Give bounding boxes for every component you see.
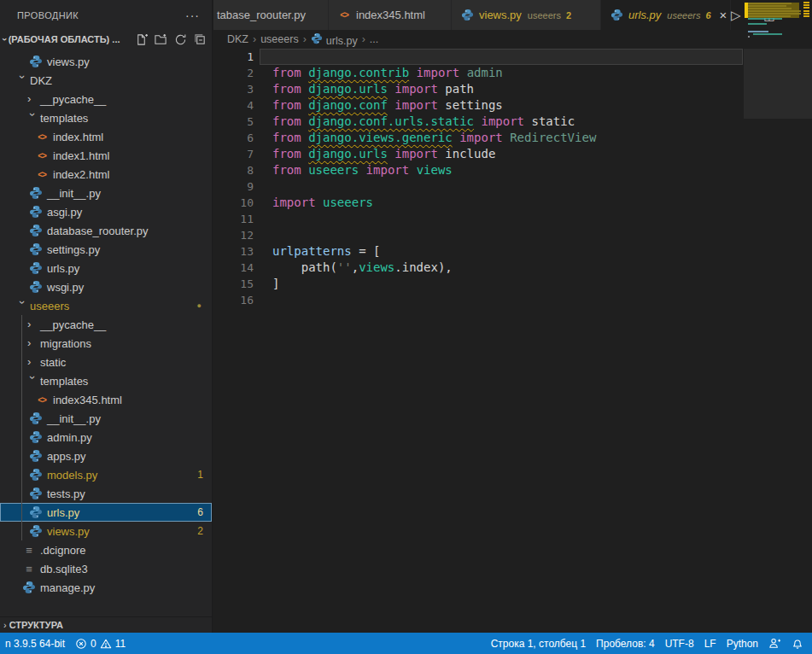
explorer-sidebar: ПРОВОДНИК ··· › (РАБОЧАЯ ОБЛАСТЬ) ... vi… — [0, 0, 213, 633]
tree-item-database_roouter.py[interactable]: database_roouter.py — [0, 221, 212, 240]
python-icon — [29, 186, 43, 200]
error-icon — [75, 638, 87, 650]
python-icon — [29, 261, 43, 275]
scrollbar-slider[interactable] — [744, 49, 812, 119]
tree-item-DKZ[interactable]: ›DKZ — [0, 71, 212, 90]
explorer-more-icon[interactable]: ··· — [185, 9, 200, 22]
status-indentation[interactable]: Пробелов: 4 — [591, 633, 660, 654]
tree-item-db.sqlite3[interactable]: ≡db.sqlite3 — [0, 559, 212, 578]
tree-item-settings.py[interactable]: settings.py — [0, 240, 212, 259]
python-icon — [29, 55, 43, 68]
code-editor[interactable]: 12from django.contrib import admin3from … — [213, 49, 812, 633]
chevron-down-icon: › — [27, 376, 38, 386]
tree-item-__init__.py[interactable]: __init__.py — [0, 184, 212, 202]
tree-item-apps.py[interactable]: apps.py — [0, 447, 212, 465]
workspace-section-header[interactable]: › (РАБОЧАЯ ОБЛАСТЬ) ... — [0, 30, 212, 49]
tree-item-manage.py[interactable]: manage.py — [0, 578, 212, 597]
tab-bar: tabase_roouter.py<>index345.html views.p… — [213, 0, 812, 30]
outline-section-header[interactable]: › СТРУКТУРА — [0, 616, 212, 633]
code-line-10[interactable]: 10import useeers — [213, 195, 812, 211]
status-encoding[interactable]: UTF-8 — [660, 633, 699, 654]
breadcrumb-item[interactable]: useeers — [260, 33, 298, 45]
new-file-icon[interactable] — [135, 33, 148, 46]
tree-item-index345.html[interactable]: <>index345.html — [0, 390, 212, 409]
tree-item-.dcignore[interactable]: ≡.dcignore — [0, 540, 212, 559]
tree-item-urls.py[interactable]: urls.py — [0, 259, 212, 277]
tree-item-index1.html[interactable]: <>index1.html — [0, 146, 212, 165]
tree-item-__pycache__[interactable]: ›__pycache__ — [0, 90, 212, 108]
collapse-all-icon[interactable] — [194, 33, 207, 46]
status-language-mode[interactable]: Python — [721, 633, 763, 654]
tree-item-views.py[interactable]: views.py2 — [0, 522, 212, 540]
code-line-3[interactable]: 3from django.urls import path — [213, 81, 812, 97]
tree-item-index2.html[interactable]: <>index2.html — [0, 165, 212, 184]
code-line-14[interactable]: 14 path('',views.index), — [213, 260, 812, 276]
editor-group: tabase_roouter.py<>index345.html views.p… — [213, 0, 812, 633]
line-number: 11 — [213, 211, 254, 227]
status-python-interpreter[interactable]: n 3.9.5 64-bit — [0, 633, 70, 654]
status-notifications[interactable] — [786, 633, 809, 654]
line-number: 8 — [213, 162, 254, 178]
code-line-8[interactable]: 8from useeers import views — [213, 162, 812, 178]
python-icon — [29, 242, 43, 256]
code-line-4[interactable]: 4from django.conf import settings — [213, 97, 812, 114]
explorer-header: ПРОВОДНИК ··· — [0, 0, 212, 30]
tree-item-templates[interactable]: ›templates — [0, 108, 212, 127]
code-line-9[interactable]: 9 — [213, 178, 812, 195]
status-cursor-position[interactable]: Строка 1, столбец 1 — [486, 633, 591, 654]
breadcrumb-separator: › — [362, 33, 365, 45]
status-problems[interactable]: 011 — [70, 633, 131, 654]
refresh-icon[interactable] — [174, 33, 187, 46]
tree-item-__init__.py[interactable]: __init__.py — [0, 409, 212, 428]
tree-item-__pycache__[interactable]: ›__pycache__ — [0, 315, 212, 334]
tree-item-asgi.py[interactable]: asgi.py — [0, 202, 212, 221]
breadcrumb-item[interactable]: DKZ — [227, 33, 248, 45]
breadcrumb-item[interactable]: urls.py — [311, 32, 358, 47]
tree-item-index.html[interactable]: <>index.html — [0, 127, 212, 146]
html-icon: <> — [38, 395, 46, 405]
tree-item-wsgi.py[interactable]: wsgi.py — [0, 277, 212, 296]
code-line-7[interactable]: 7from django.urls import include — [213, 146, 812, 162]
python-icon — [22, 581, 36, 594]
code-line-15[interactable]: 15] — [213, 276, 812, 292]
tree-item-views.py[interactable]: views.py — [0, 52, 212, 71]
tab-urls.py[interactable]: urls.pyuseeers6× — [601, 0, 731, 30]
tree-item-tests.py[interactable]: tests.py — [0, 484, 212, 503]
run-button[interactable]: ▷ — [731, 8, 741, 23]
line-number: 1 — [213, 49, 254, 65]
code-line-11[interactable]: 11 — [213, 211, 812, 227]
tree-item-admin.py[interactable]: admin.py — [0, 428, 212, 447]
tree-item-migrations[interactable]: ›migrations — [0, 334, 212, 353]
line-number: 3 — [213, 81, 254, 97]
close-icon[interactable]: × — [720, 8, 727, 22]
tree-item-templates[interactable]: ›templates — [0, 371, 212, 390]
breadcrumb-item[interactable]: ... — [370, 33, 378, 45]
warning-count-badge: 2 — [197, 525, 203, 537]
code-line-16[interactable]: 16 — [213, 292, 812, 308]
tree-item-models.py[interactable]: models.py1 — [0, 465, 212, 484]
line-number: 4 — [213, 97, 254, 114]
code-line-5[interactable]: 5from django.conf.urls.static import sta… — [213, 114, 812, 130]
python-icon — [29, 430, 43, 444]
code-line-6[interactable]: 6from django.views.generic import Redire… — [213, 130, 812, 146]
code-line-1[interactable]: 1 — [213, 49, 812, 65]
tab-warning-badge: 2 — [566, 10, 571, 20]
modified-dot-badge: ● — [197, 301, 202, 310]
chevron-down-icon: › — [0, 38, 10, 41]
tab-views.py[interactable]: views.pyuseeers2 — [452, 0, 601, 30]
code-line-13[interactable]: 13urlpatterns = [ — [213, 243, 812, 260]
new-folder-icon[interactable] — [155, 33, 167, 46]
tab-tabase_roouter.py[interactable]: tabase_roouter.py — [213, 0, 329, 30]
tree-item-useeers[interactable]: ›useeers● — [0, 296, 212, 315]
status-eol[interactable]: LF — [699, 633, 721, 654]
chevron-down-icon: › — [17, 75, 27, 85]
status-feedback[interactable] — [763, 633, 786, 654]
warning-count-badge: 6 — [197, 506, 203, 518]
python-icon — [610, 9, 623, 21]
tree-item-static[interactable]: ›static — [0, 353, 212, 371]
code-line-12[interactable]: 12 — [213, 227, 812, 243]
code-line-2[interactable]: 2from django.contrib import admin — [213, 65, 812, 81]
file-lines-icon: ≡ — [26, 544, 32, 557]
tree-item-urls.py[interactable]: urls.py6 — [0, 503, 212, 522]
tab-index345.html[interactable]: <>index345.html — [329, 0, 452, 30]
